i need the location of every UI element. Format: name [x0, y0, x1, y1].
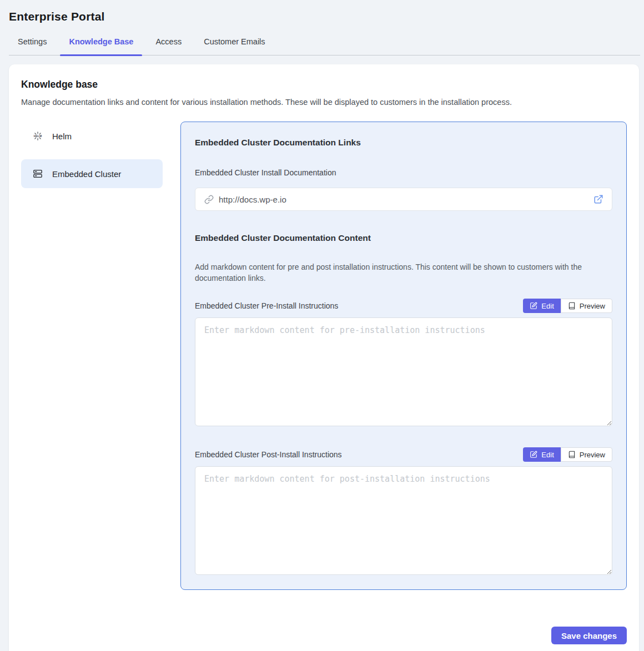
tab-access[interactable]: Access: [147, 30, 190, 55]
install-method-nav: HELM Helm Embedded Cluster: [21, 122, 163, 590]
post-install-textarea[interactable]: [195, 466, 612, 575]
preview-tab-button[interactable]: Preview: [561, 299, 612, 313]
tab-settings[interactable]: Settings: [9, 30, 56, 55]
knowledge-base-card: Knowledge base Manage documentation link…: [9, 64, 639, 651]
external-link-icon[interactable]: [593, 194, 603, 204]
post-install-row: Embedded Cluster Post-Install Instructio…: [195, 447, 612, 462]
pre-install-textarea[interactable]: [195, 317, 612, 426]
server-stack-icon: [33, 169, 43, 179]
sidebar-item-label: Embedded Cluster: [52, 169, 121, 179]
install-doc-label: Embedded Cluster Install Documentation: [195, 168, 612, 177]
helm-wheel-icon: HELM: [33, 131, 43, 141]
link-icon: [204, 195, 214, 204]
book-icon: [568, 451, 576, 458]
edit-tab-button[interactable]: Edit: [523, 299, 560, 313]
post-install-label: Embedded Cluster Post-Install Instructio…: [195, 450, 342, 459]
edit-tab-button[interactable]: Edit: [523, 447, 560, 462]
pre-install-mode-toggle: Edit Preview: [523, 299, 612, 313]
square-pen-icon: [530, 451, 537, 458]
content-section-description: Add markdown content for pre and post in…: [195, 261, 612, 284]
post-install-mode-toggle: Edit Preview: [523, 447, 612, 462]
content-section-heading: Embedded Cluster Documentation Content: [195, 233, 612, 243]
content-row: HELM Helm Embedded Cluster Embedd: [21, 122, 627, 590]
app-header: Enterprise Portal: [0, 0, 644, 23]
save-changes-button[interactable]: Save changes: [551, 627, 627, 644]
sidebar-item-embedded-cluster[interactable]: Embedded Cluster: [21, 159, 163, 188]
tab-bar: Settings Knowledge Base Access Customer …: [9, 30, 640, 55]
install-doc-url-field: [195, 188, 612, 211]
sidebar-item-label: Helm: [52, 132, 72, 141]
preview-tab-button[interactable]: Preview: [561, 447, 612, 462]
tab-knowledge-base[interactable]: Knowledge Base: [60, 30, 142, 55]
book-icon: [568, 302, 576, 310]
tab-customer-emails[interactable]: Customer Emails: [195, 30, 274, 55]
square-pen-icon: [530, 302, 537, 310]
sidebar-item-helm[interactable]: HELM Helm: [21, 122, 163, 150]
pre-install-row: Embedded Cluster Pre-Install Instruction…: [195, 299, 612, 313]
save-row: Save changes: [21, 627, 627, 644]
section-title: Knowledge base: [21, 79, 627, 90]
pre-install-label: Embedded Cluster Pre-Install Instruction…: [195, 301, 338, 310]
page-title: Enterprise Portal: [9, 10, 635, 23]
svg-text:HELM: HELM: [34, 134, 42, 138]
embedded-cluster-panel: Embedded Cluster Documentation Links Emb…: [180, 122, 627, 590]
install-doc-url-input[interactable]: [219, 195, 593, 204]
section-description: Manage documentation links and content f…: [21, 98, 627, 107]
links-section-heading: Embedded Cluster Documentation Links: [195, 138, 612, 148]
